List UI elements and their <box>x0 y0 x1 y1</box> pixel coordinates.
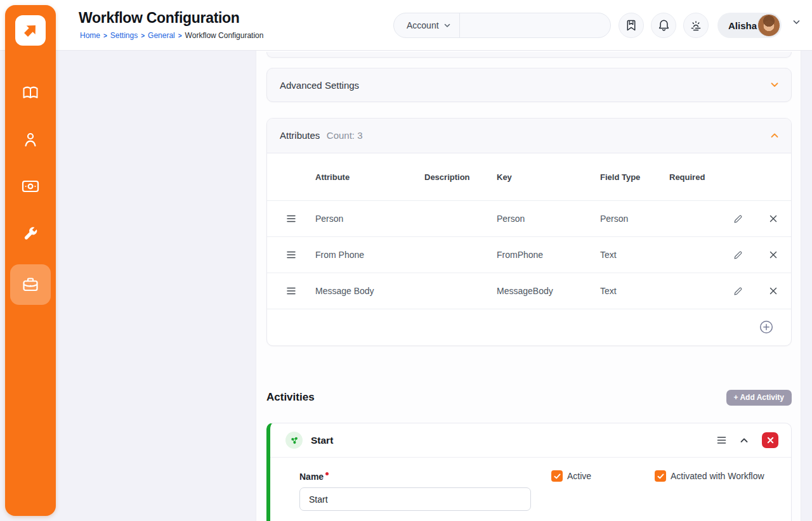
breadcrumb-home[interactable]: Home <box>80 31 100 40</box>
breadcrumb-current: Workflow Configuration <box>185 31 264 40</box>
briefcase-icon <box>22 277 39 292</box>
attributes-count: Count: 3 <box>327 130 363 141</box>
column-header-description: Description <box>424 172 497 182</box>
edit-attribute-button[interactable] <box>731 212 745 226</box>
sidebar-item-people[interactable] <box>10 119 51 160</box>
grip-lines-icon <box>287 287 296 295</box>
cash-icon <box>22 179 39 193</box>
activities-heading: Activities <box>266 391 315 404</box>
grip-lines-icon <box>287 215 296 222</box>
account-dropdown[interactable]: Account <box>394 13 459 37</box>
drag-handle[interactable] <box>717 436 726 444</box>
sidebar-item-finance[interactable] <box>10 166 51 207</box>
chevron-down-icon <box>444 23 450 28</box>
active-checkbox[interactable] <box>551 470 563 482</box>
avatar <box>757 14 780 37</box>
x-icon <box>767 437 774 444</box>
attribute-row: Person Person Person <box>267 200 791 236</box>
plus-circle-icon <box>759 320 773 334</box>
delete-attribute-button[interactable] <box>767 248 780 261</box>
breadcrumb-settings[interactable]: Settings <box>110 31 138 40</box>
account-search-bar: Account <box>393 13 611 38</box>
wrench-icon <box>22 225 39 241</box>
column-header-key: Key <box>497 172 600 182</box>
sidebar-item-workspace[interactable] <box>10 264 51 305</box>
drag-handle[interactable] <box>267 215 315 222</box>
delete-attribute-button[interactable] <box>767 285 780 297</box>
bell-icon <box>658 19 670 32</box>
attributes-panel-header[interactable]: Attributes Count: 3 <box>267 119 791 153</box>
edit-attribute-button[interactable] <box>731 248 745 262</box>
workflow-nodes-icon <box>289 435 299 446</box>
pencil-icon <box>733 250 743 260</box>
name-field-label: Name <box>299 472 329 482</box>
bookmarks-button[interactable] <box>619 13 644 38</box>
add-activity-button[interactable]: + Add Activity <box>726 390 792 406</box>
cell-key: Person <box>497 214 600 224</box>
attributes-panel: Attributes Count: 3 Attribute Descriptio… <box>266 118 792 346</box>
checkmark-icon <box>554 473 561 479</box>
activity-title: Start <box>311 435 333 446</box>
person-icon <box>23 131 38 148</box>
delete-attribute-button[interactable] <box>767 212 780 225</box>
activity-card-header: Start <box>270 423 791 458</box>
drag-handle[interactable] <box>267 287 315 295</box>
app-logo[interactable] <box>15 15 46 46</box>
activated-with-workflow-checkbox[interactable] <box>655 470 666 482</box>
cell-key: MessageBody <box>497 286 600 296</box>
notifications-button[interactable] <box>651 13 676 38</box>
activated-with-workflow-checkbox-group: Activated with Workflow <box>655 470 764 482</box>
x-icon <box>769 287 777 295</box>
previous-panel-edge <box>266 52 792 58</box>
attributes-table-footer <box>267 309 791 346</box>
pencil-icon <box>733 214 743 224</box>
advanced-settings-panel[interactable]: Advanced Settings <box>266 68 792 102</box>
drag-handle[interactable] <box>267 251 315 259</box>
attribute-row: From Phone FromPhone Text <box>267 236 791 273</box>
main-content: Advanced Settings Attributes Count: 3 At… <box>256 51 801 521</box>
breadcrumb-separator: > <box>141 32 145 39</box>
grip-lines-icon <box>287 251 296 259</box>
breadcrumb-general[interactable]: General <box>148 31 175 40</box>
workflow-configuration-screen: Workflow Configuration Home > Settings >… <box>0 0 812 521</box>
attribute-row: Message Body MessageBody Text <box>267 273 791 309</box>
cell-field-type: Person <box>600 214 669 224</box>
chevron-down-icon[interactable] <box>771 82 778 87</box>
rock-logo-icon <box>21 21 40 40</box>
activity-icon-badge <box>285 432 303 449</box>
cell-attribute: Person <box>315 214 424 224</box>
name-label-text: Name <box>299 472 324 482</box>
sidebar-item-tools[interactable] <box>10 213 51 254</box>
activities-section-header: Activities + Add Activity <box>266 388 792 407</box>
advanced-settings-title: Advanced Settings <box>280 80 359 91</box>
breadcrumb: Home > Settings > General > Workflow Con… <box>80 31 263 40</box>
user-menu-caret-icon[interactable] <box>793 20 800 25</box>
required-indicator <box>325 472 329 475</box>
chevron-up-icon[interactable] <box>771 133 778 138</box>
delete-activity-button[interactable] <box>762 432 778 448</box>
column-header-field-type: Field Type <box>600 172 669 182</box>
account-dropdown-label: Account <box>407 20 439 30</box>
sidebar-item-library[interactable] <box>10 73 51 113</box>
cell-attribute: From Phone <box>315 250 424 260</box>
breadcrumb-separator: > <box>178 32 182 39</box>
active-checkbox-label: Active <box>567 471 591 481</box>
user-menu[interactable]: Alisha <box>717 13 782 38</box>
global-search-input[interactable] <box>460 13 610 37</box>
activity-card-start: Start Name Active <box>266 423 792 521</box>
activity-name-input[interactable] <box>299 487 531 511</box>
edit-attribute-button[interactable] <box>731 284 745 299</box>
breadcrumb-separator: > <box>103 32 107 39</box>
cell-field-type: Text <box>600 250 669 260</box>
page-title: Workflow Configuration <box>79 10 240 27</box>
x-icon <box>769 251 777 259</box>
add-attribute-button[interactable] <box>757 318 776 337</box>
theme-toggle-button[interactable] <box>683 13 709 38</box>
column-header-attribute: Attribute <box>315 172 424 182</box>
chevron-up-icon[interactable] <box>740 438 748 443</box>
attributes-table-header: Attribute Description Key Field Type Req… <box>267 153 791 200</box>
active-checkbox-group: Active <box>551 470 591 482</box>
pencil-icon <box>733 286 743 296</box>
checkmark-icon <box>657 473 664 479</box>
cell-key: FromPhone <box>497 250 600 260</box>
